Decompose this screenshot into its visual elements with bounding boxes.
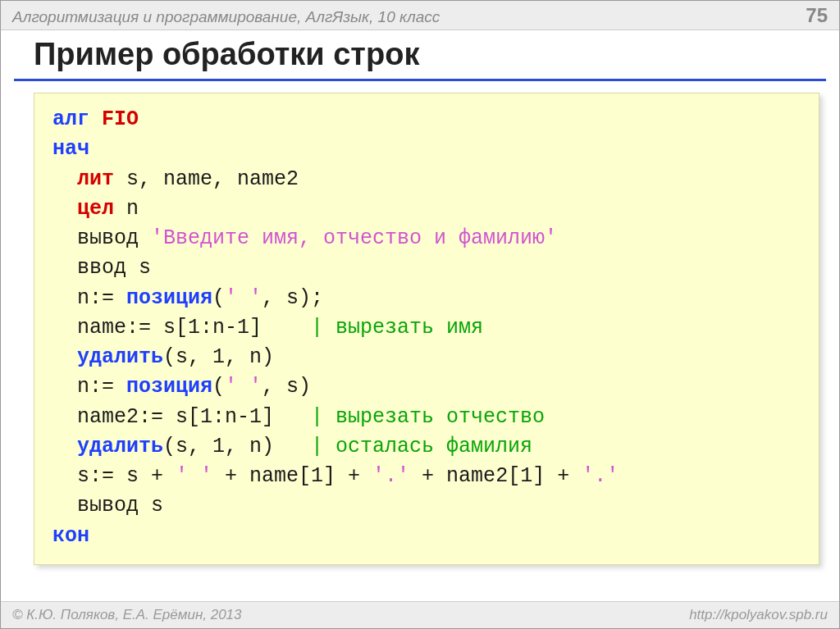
l12-args: (s, 1, n) [163, 435, 311, 458]
func-del1: удалить [77, 345, 163, 369]
l12-indent [52, 435, 77, 458]
l11-code: name2:= s[1:n-1] [52, 405, 311, 429]
slide-header: Алгоритмизация и программирование, АлгЯз… [1, 1, 839, 30]
l10-str: ' ' [225, 375, 262, 399]
content-area: алг FIO нач лит s, name, name2 цел n выв… [1, 81, 839, 601]
l7-pre: n:= [52, 286, 126, 310]
stmt-output2: вывод s [52, 494, 163, 517]
subject-label: Алгоритмизация и программирование, АлгЯз… [12, 8, 440, 26]
stmt-output: вывод [52, 226, 151, 250]
slide: Алгоритмизация и программирование, АлгЯз… [0, 0, 840, 629]
l7-rest: , s); [262, 286, 323, 310]
func-pos2: позиция [126, 375, 212, 399]
l13-str1: ' ' [176, 464, 212, 488]
l7-open: ( [212, 286, 225, 310]
footer-link: http://kpolyakov.spb.ru [689, 607, 828, 623]
l10-pre: n:= [52, 375, 126, 399]
kw-alg: алг [52, 107, 89, 131]
kw-begin: нач [52, 137, 89, 161]
page-title: Пример обработки строк [1, 37, 839, 75]
l13-a: s:= s + [52, 464, 176, 488]
func-del2: удалить [77, 435, 163, 458]
l13-c: + name[1] + [212, 464, 372, 488]
slide-footer: © К.Ю. Поляков, Е.А. Ерёмин, 2013 http:/… [1, 601, 839, 628]
l11-comment: | вырезать отчество [311, 405, 545, 429]
l13-e: + name2[1] + [409, 464, 582, 488]
l12-comment: | осталась фамилия [311, 435, 532, 458]
copyright: © К.Ю. Поляков, Е.А. Ерёмин, 2013 [12, 607, 242, 623]
page-number: 75 [806, 4, 828, 27]
l8-code: name:= s[1:n-1] [52, 316, 311, 340]
alg-name: FIO [89, 107, 139, 131]
decl-int: n [114, 197, 139, 221]
decl-strings: s, name, name2 [114, 167, 299, 191]
l9-indent [52, 345, 77, 369]
func-pos1: позиция [126, 286, 212, 310]
kw-lit: лит [77, 167, 114, 191]
l13-str2: '.' [372, 464, 409, 488]
prompt-string: 'Введите имя, отчество и фамилию' [151, 226, 557, 250]
code-block: алг FIO нач лит s, name, name2 цел n выв… [34, 93, 819, 565]
l10-open: ( [212, 375, 225, 399]
kw-int: цел [77, 197, 114, 221]
l10-rest: , s) [262, 375, 311, 399]
l13-str3: '.' [582, 464, 619, 488]
kw-end: кон [52, 524, 89, 548]
l8-comment: | вырезать имя [311, 316, 483, 340]
l9-args: (s, 1, n) [163, 345, 274, 369]
l7-str: ' ' [225, 286, 262, 310]
title-block: Пример обработки строк [1, 30, 839, 81]
stmt-input: ввод s [52, 256, 151, 280]
